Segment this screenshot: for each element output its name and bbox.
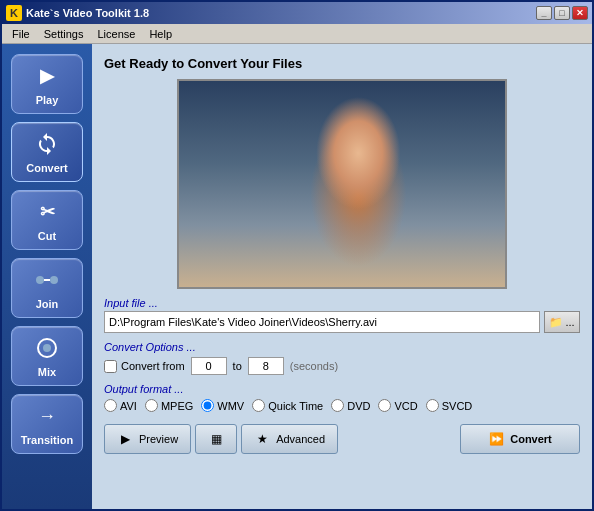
sidebar-btn-transition[interactable]: → Transition xyxy=(11,394,83,454)
to-time-input[interactable] xyxy=(248,357,284,375)
avi-label: AVI xyxy=(120,400,137,412)
sidebar-btn-play[interactable]: ▶ Play xyxy=(11,54,83,114)
to-label: to xyxy=(233,360,242,372)
main-content: ▶ Play Convert ✂ Cut xyxy=(2,44,592,509)
wmv-label: WMV xyxy=(217,400,244,412)
folder-icon: 📁 xyxy=(549,316,563,329)
video-thumbnail xyxy=(179,81,505,287)
sidebar-btn-mix[interactable]: Mix xyxy=(11,326,83,386)
convert-from-checkbox-label[interactable]: Convert from xyxy=(104,360,185,373)
from-time-input[interactable] xyxy=(191,357,227,375)
input-section: Input file ... 📁 ... xyxy=(104,297,580,333)
menu-settings[interactable]: Settings xyxy=(38,26,90,42)
transition-label: Transition xyxy=(21,434,74,446)
radio-wmv[interactable] xyxy=(201,399,214,412)
mix-label: Mix xyxy=(38,366,56,378)
convert-row: Convert from to (seconds) xyxy=(104,357,580,375)
quicktime-label: Quick Time xyxy=(268,400,323,412)
title-bar: K Kate`s Video Toolkit 1.8 _ □ ✕ xyxy=(2,2,592,24)
star-icon: ★ xyxy=(254,431,270,447)
menu-license[interactable]: License xyxy=(91,26,141,42)
maximize-button[interactable]: □ xyxy=(554,6,570,20)
grid-button[interactable]: ▦ xyxy=(195,424,237,454)
format-avi[interactable]: AVI xyxy=(104,399,137,412)
video-preview xyxy=(177,79,507,289)
input-row: 📁 ... xyxy=(104,311,580,333)
transition-icon: → xyxy=(33,402,61,430)
svcd-label: SVCD xyxy=(442,400,473,412)
output-format: Output format ... AVI MPEG WMV xyxy=(104,383,580,412)
radio-row: AVI MPEG WMV Quick Time xyxy=(104,399,580,412)
close-button[interactable]: ✕ xyxy=(572,6,588,20)
radio-svcd[interactable] xyxy=(426,399,439,412)
title-bar-left: K Kate`s Video Toolkit 1.8 xyxy=(6,5,149,21)
convert-options: Convert Options ... Convert from to (sec… xyxy=(104,341,580,375)
advanced-button[interactable]: ★ Advanced xyxy=(241,424,338,454)
svg-point-4 xyxy=(43,344,51,352)
format-vcd[interactable]: VCD xyxy=(378,399,417,412)
convert-ff-icon: ⏩ xyxy=(488,431,504,447)
sidebar-btn-convert[interactable]: Convert xyxy=(11,122,83,182)
grid-icon: ▦ xyxy=(208,431,224,447)
bottom-buttons: ▶ Preview ▦ ★ Advanced ⏩ Convert xyxy=(104,424,580,454)
mpeg-label: MPEG xyxy=(161,400,193,412)
cut-label: Cut xyxy=(38,230,56,242)
format-wmv[interactable]: WMV xyxy=(201,399,244,412)
menu-file[interactable]: File xyxy=(6,26,36,42)
radio-dvd[interactable] xyxy=(331,399,344,412)
convert-label: Convert xyxy=(26,162,68,174)
content-title: Get Ready to Convert Your Files xyxy=(104,56,580,71)
radio-mpeg[interactable] xyxy=(145,399,158,412)
svg-point-0 xyxy=(36,276,44,284)
format-mpeg[interactable]: MPEG xyxy=(145,399,193,412)
sidebar-btn-join[interactable]: Join xyxy=(11,258,83,318)
btn-group-left: ▶ Preview ▦ ★ Advanced xyxy=(104,424,338,454)
convert-from-checkbox[interactable] xyxy=(104,360,117,373)
main-window: K Kate`s Video Toolkit 1.8 _ □ ✕ File Se… xyxy=(0,0,594,511)
menu-bar: File Settings License Help xyxy=(2,24,592,44)
play-icon: ▶ xyxy=(33,62,61,90)
preview-button[interactable]: ▶ Preview xyxy=(104,424,191,454)
radio-vcd[interactable] xyxy=(378,399,391,412)
sidebar-btn-cut[interactable]: ✂ Cut xyxy=(11,190,83,250)
mix-icon xyxy=(33,334,61,362)
convert-main-label: Convert xyxy=(510,433,552,445)
seconds-label: (seconds) xyxy=(290,360,338,372)
output-format-label: Output format ... xyxy=(104,383,580,395)
radio-quicktime[interactable] xyxy=(252,399,265,412)
format-quicktime[interactable]: Quick Time xyxy=(252,399,323,412)
format-svcd[interactable]: SVCD xyxy=(426,399,473,412)
convert-main-button[interactable]: ⏩ Convert xyxy=(460,424,580,454)
file-path-input[interactable] xyxy=(104,311,540,333)
preview-label: Preview xyxy=(139,433,178,445)
content-area: Get Ready to Convert Your Files Input fi… xyxy=(92,44,592,509)
advanced-label: Advanced xyxy=(276,433,325,445)
browse-label: ... xyxy=(565,316,574,328)
browse-button[interactable]: 📁 ... xyxy=(544,311,580,333)
convert-options-label: Convert Options ... xyxy=(104,341,580,353)
convert-icon xyxy=(33,130,61,158)
title-bar-buttons: _ □ ✕ xyxy=(536,6,588,20)
menu-help[interactable]: Help xyxy=(143,26,178,42)
dvd-label: DVD xyxy=(347,400,370,412)
preview-play-icon: ▶ xyxy=(117,431,133,447)
vcd-label: VCD xyxy=(394,400,417,412)
play-label: Play xyxy=(36,94,59,106)
app-icon: K xyxy=(6,5,22,21)
minimize-button[interactable]: _ xyxy=(536,6,552,20)
cut-icon: ✂ xyxy=(33,198,61,226)
svg-point-1 xyxy=(50,276,58,284)
join-icon xyxy=(33,266,61,294)
sidebar: ▶ Play Convert ✂ Cut xyxy=(2,44,92,509)
radio-avi[interactable] xyxy=(104,399,117,412)
join-label: Join xyxy=(36,298,59,310)
format-dvd[interactable]: DVD xyxy=(331,399,370,412)
window-title: Kate`s Video Toolkit 1.8 xyxy=(26,7,149,19)
input-label: Input file ... xyxy=(104,297,580,309)
convert-from-text: Convert from xyxy=(121,360,185,372)
